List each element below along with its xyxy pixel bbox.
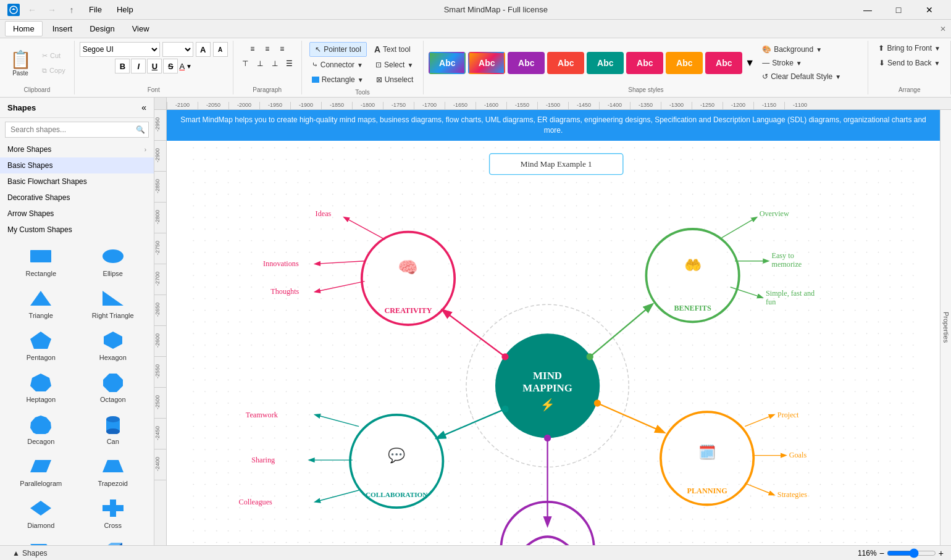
swatch-4[interactable]: Abc [547,52,584,74]
nav-up-btn[interactable]: ↑ [64,2,79,17]
shape-cross[interactable]: Cross [80,495,147,532]
ruler-tick-6: -1800 [352,102,383,109]
shape-ellipse[interactable]: Ellipse [80,243,147,280]
swatch-7[interactable]: Abc [666,52,703,74]
shape-rectangle[interactable]: Rectangle [7,243,75,280]
arrange-group: ⬆ Bring to Front ▼ ⬇ Send to Back ▼ Arra… [868,41,951,94]
align-top-btn[interactable]: ⊤ [238,57,252,70]
menu-home[interactable]: Home [5,21,43,36]
properties-panel[interactable]: Properties [940,110,951,545]
stroke-btn[interactable]: — Stroke ▼ [757,57,846,69]
send-to-back-btn[interactable]: ⬇ Send to Back ▼ [874,57,945,69]
sidebar-item-more-shapes[interactable]: More Shapes › [0,141,154,157]
swatch-6[interactable]: Abc [626,52,663,74]
paste-btn[interactable]: 📋 Paste [5,44,36,81]
shape-pentagon[interactable]: Pentagon [7,327,75,364]
unselect-tool-btn[interactable]: ⊠ Unselect [371,73,419,86]
ruler-corner [154,98,167,110]
shape-chevron[interactable]: Chevron [7,537,75,545]
sidebar-item-decorative[interactable]: Decorative Shapes [0,190,154,206]
shape-decagon[interactable]: Decagon [7,411,75,448]
bring-to-front-btn[interactable]: ⬆ Bring to Front ▼ [873,42,945,54]
shape-trapezoid[interactable]: Trapezoid [80,453,147,490]
more-styles-btn[interactable]: ▼ [745,57,755,69]
align-right-btn[interactable]: ≡ [275,42,289,56]
menu-insert[interactable]: Insert [45,22,80,36]
shapes-footer: ▲ Shapes [12,549,48,558]
select-tool-btn[interactable]: ⊡ Select ▼ [371,58,418,72]
sidebar-collapse-btn[interactable]: « [141,102,146,112]
tools-row3: Rectangle ▼ ⊠ Unselect [307,73,419,86]
shape-heptagon[interactable]: Heptagon [7,369,75,406]
bold-btn[interactable]: B [115,59,130,73]
shape-hexagon[interactable]: Hexagon [80,327,147,364]
help-menu-btn[interactable]: Help [112,4,138,15]
shape-triangle[interactable]: Triangle [7,285,75,322]
shape-cube[interactable]: Cube [80,537,147,545]
shape-diamond-label: Diamond [27,522,54,529]
sidebar-item-basic-shapes[interactable]: Basic Shapes [0,157,154,173]
maximize-btn[interactable]: □ [884,0,913,20]
align-middle-btn[interactable]: ⊥ [253,57,267,70]
underline-btn[interactable]: U [147,59,162,73]
cut-btn[interactable]: ✂ Cut [38,49,69,62]
align-left-btn[interactable]: ≡ [246,42,259,56]
swatch-gradient[interactable]: Abc [429,52,466,74]
font-grow-btn[interactable]: A [196,42,211,57]
vruler-tick-1: -2900 [154,141,166,172]
font-color-btn[interactable]: A ▼ [179,62,192,71]
rectangle-tool-btn[interactable]: Rectangle ▼ [307,73,369,86]
background-btn[interactable]: 🎨 Background ▼ [757,43,846,56]
align-bottom-btn[interactable]: ⊥ [268,57,282,70]
shape-parallelogram[interactable]: Parallelogram [7,453,75,490]
shape-octagon[interactable]: Octagon [80,369,147,406]
minimize-btn[interactable]: ― [853,0,882,20]
svg-text:fun: fun [766,298,776,306]
bring-front-dropdown: ▼ [934,45,941,52]
shape-pentagon-label: Pentagon [27,354,56,361]
list-btn[interactable]: ☰ [283,57,296,70]
ruler-tick-13: -1450 [568,102,599,109]
text-tool-btn[interactable]: A Text tool [369,42,416,57]
font-size-select[interactable] [162,42,193,57]
canvas-content[interactable]: Smart MindMap helps you to create high-q… [167,110,940,545]
nav-forward-btn[interactable]: → [44,2,59,17]
stroke-icon: — [762,59,769,67]
zoom-slider[interactable] [887,548,936,558]
ruler-numbers: -2100 -2050 -2000 -1950 -1900 -1850 -180… [167,102,815,109]
strike-btn[interactable]: S [163,59,178,73]
send-back-icon: ⬇ [879,59,885,67]
shape-right-triangle[interactable]: Right Triangle [80,285,147,322]
swatch-3[interactable]: Abc [508,52,545,74]
nav-back-btn[interactable]: ← [25,2,40,17]
connector-tool-btn[interactable]: ⤷ Connector ▼ [307,58,368,72]
font-name-select[interactable]: Segoe UI [80,42,160,57]
sidebar-item-arrow[interactable]: Arrow Shapes [0,206,154,222]
menu-design[interactable]: Design [82,22,122,36]
zoom-out-btn[interactable]: − [879,548,884,558]
search-input[interactable] [5,122,149,138]
tools-group: ↖ Pointer tool A Text tool ⤷ Connector ▼… [302,41,424,94]
shape-diamond[interactable]: Diamond [7,495,75,532]
sidebar-item-flowchart[interactable]: Basic Flowchart Shapes [0,173,154,190]
font-color-dropdown: ▼ [186,63,192,70]
svg-point-2 [103,249,124,263]
menu-view[interactable]: View [125,22,157,36]
align-center-btn[interactable]: ≡ [261,42,274,56]
copy-btn[interactable]: ⧉ Copy [38,64,69,77]
close-btn[interactable]: ✕ [915,0,944,20]
swatch-8[interactable]: Abc [705,52,742,74]
font-shrink-btn[interactable]: A [213,42,228,57]
shape-can-icon [101,413,125,435]
italic-btn[interactable]: I [131,59,146,73]
ruler-tick-14: -1400 [599,102,630,109]
sidebar-item-custom[interactable]: My Custom Shapes [0,222,154,238]
shape-can[interactable]: Can [80,411,147,448]
swatch-2[interactable]: Abc [468,52,505,74]
para-row2: ⊤ ⊥ ⊥ ☰ [238,57,296,70]
swatch-5[interactable]: Abc [587,52,624,74]
clear-default-btn[interactable]: ↺ Clear Default Style ▼ [757,70,846,83]
file-menu-btn[interactable]: File [84,4,107,15]
zoom-in-btn[interactable]: + [939,548,944,558]
pointer-tool-btn[interactable]: ↖ Pointer tool [309,42,367,57]
